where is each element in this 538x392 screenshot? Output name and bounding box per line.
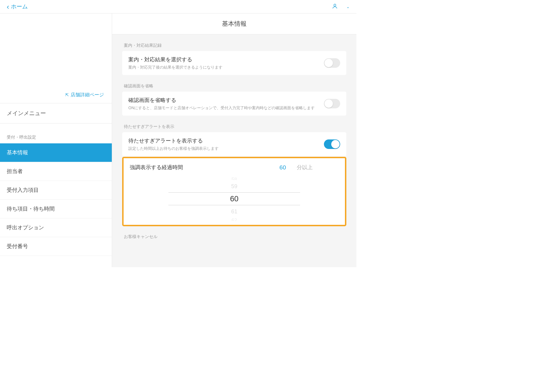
- card-title: 確認画面を省略する: [128, 97, 324, 104]
- chevron-down-icon[interactable]: ⌄: [346, 4, 350, 9]
- nav-staff[interactable]: 担当者: [0, 162, 112, 181]
- svg-point-0: [334, 4, 336, 6]
- main-menu-header[interactable]: メインメニュー: [0, 103, 112, 123]
- picker-option[interactable]: 61: [124, 205, 345, 218]
- group-label-1: 案内・対応結果記録: [124, 43, 346, 48]
- store-link-label: 店舗詳細ページ: [71, 92, 104, 98]
- main-content: 基本情報 案内・対応結果記録 案内・対応結果を選択する 案内・対応完了後の結果を…: [112, 13, 356, 267]
- highlight-time-block: 強調表示する経過時間 60 分以上 58 59 60 61 62: [122, 157, 346, 226]
- card-title: 案内・対応結果を選択する: [128, 56, 324, 63]
- picker-option[interactable]: 62: [124, 218, 345, 221]
- toggle-knob: [324, 59, 333, 67]
- group-label-4: お客様キャンセル: [124, 234, 346, 239]
- group-label-3: 待たせすぎアラートを表示: [124, 124, 346, 129]
- picker-option[interactable]: 59: [124, 180, 345, 192]
- sidebar-section-label: 受付・呼出設定: [0, 123, 112, 143]
- chevron-left-icon: ‹: [7, 3, 9, 10]
- user-icon[interactable]: [332, 3, 338, 10]
- picker-option[interactable]: 58: [124, 177, 345, 180]
- nav-call-options[interactable]: 呼出オプション: [0, 218, 112, 237]
- highlight-label: 強調表示する経過時間: [130, 164, 269, 171]
- card-skip-confirm: 確認画面を省略する ONにすると、店舗モードと店舗オペレーションで、受付入力完了…: [122, 92, 346, 116]
- sidebar: ⇱ 店舗詳細ページ メインメニュー 受付・呼出設定 基本情報 担当者 受付入力項…: [0, 13, 112, 267]
- toggle-knob: [331, 140, 340, 148]
- card-title: 待たせすぎアラートを表示する: [128, 137, 324, 144]
- highlight-suffix: 分以上: [297, 164, 339, 171]
- toggle-wait-alert[interactable]: [324, 139, 340, 149]
- card-result-record: 案内・対応結果を選択する 案内・対応完了後の結果を選択できるようになります: [122, 51, 346, 75]
- toggle-result-record[interactable]: [324, 58, 340, 68]
- nav-basic-info[interactable]: 基本情報: [0, 143, 112, 162]
- time-picker[interactable]: 58 59 60 61 62: [124, 174, 345, 225]
- card-wait-alert: 待たせすぎアラートを表示する 設定した時間以上お待ちのお客様を強調表示します: [122, 132, 346, 156]
- card-desc: 設定した時間以上お待ちのお客様を強調表示します: [128, 146, 324, 151]
- card-desc: ONにすると、店舗モードと店舗オペレーションで、受付入力完了時や案内時などの確認…: [128, 106, 324, 111]
- card-desc: 案内・対応完了後の結果を選択できるようになります: [128, 65, 324, 70]
- back-button[interactable]: ‹ ホーム: [7, 3, 28, 10]
- topbar-right: ⌄: [332, 3, 350, 10]
- picker-selected[interactable]: 60: [124, 193, 345, 205]
- toggle-knob: [324, 99, 333, 108]
- topbar: ‹ ホーム ⌄: [0, 0, 356, 13]
- back-label: ホーム: [11, 3, 28, 10]
- toggle-skip-confirm[interactable]: [324, 99, 340, 108]
- page-title: 基本情報: [112, 13, 356, 34]
- nav-input-items[interactable]: 受付入力項目: [0, 181, 112, 200]
- nav-reception-number[interactable]: 受付番号: [0, 237, 112, 256]
- store-detail-link[interactable]: ⇱ 店舗詳細ページ: [65, 92, 104, 98]
- highlight-value: 60: [269, 164, 297, 171]
- group-label-2: 確認画面を省略: [124, 83, 346, 89]
- nav-wait-items[interactable]: 待ち項目・待ち時間: [0, 200, 112, 218]
- external-link-icon: ⇱: [65, 92, 69, 97]
- sidebar-top: ⇱ 店舗詳細ページ: [0, 13, 112, 103]
